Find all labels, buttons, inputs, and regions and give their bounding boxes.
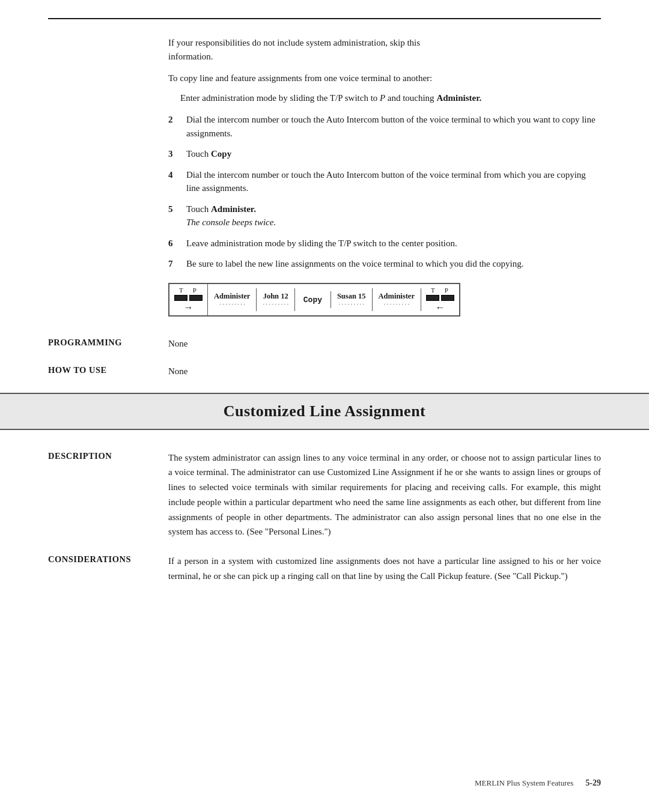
step-4: 4 Dial the intercom number or touch the … xyxy=(168,168,601,195)
diagram-area: T P → Administer · · · · · · · · · John … xyxy=(168,283,601,317)
intro-paragraph: If your responsibilities do not include … xyxy=(168,36,601,63)
copy-intro: To copy line and feature assignments fro… xyxy=(168,71,601,85)
step-4-content: Dial the intercom number or touch the Au… xyxy=(186,168,601,195)
considerations-section: CONSIDERATIONS If a person in a system w… xyxy=(48,551,601,584)
tp-switch-rect-right2 xyxy=(441,295,454,301)
page-footer: MERLIN Plus System Features 5-29 xyxy=(475,778,601,788)
step-3: 3 Touch Copy xyxy=(168,147,601,161)
enter-step-text-after: and touching xyxy=(388,93,434,103)
step-7-number: 7 xyxy=(168,257,186,271)
seg-susan15-sub: · · · · · · · · · xyxy=(337,301,366,308)
description-label: DESCRIPTION xyxy=(48,450,168,461)
section-banner: Customized Line Assignment xyxy=(0,393,649,430)
step-6-number: 6 xyxy=(168,237,186,250)
step-3-content: Touch Copy xyxy=(186,147,601,161)
step-4-number: 4 xyxy=(168,168,186,182)
diagram-tp-right: T P ← xyxy=(421,284,459,315)
step-6: 6 Leave administration mode by sliding t… xyxy=(168,237,601,250)
step-5-number: 5 xyxy=(168,202,186,216)
diagram-administer1: Administer · · · · · · · · · xyxy=(208,288,257,311)
programming-label: PROGRAMMING xyxy=(48,337,168,348)
description-text: The system administrator can assign line… xyxy=(168,450,601,540)
page: If your responsibilities do not include … xyxy=(0,0,649,812)
seg-copy-label: Copy xyxy=(303,295,322,304)
diagram-administer2: Administer · · · · · · · · · xyxy=(373,288,421,311)
seg-administer1-label: Administer xyxy=(214,292,250,301)
diagram-susan15: Susan 15 · · · · · · · · · xyxy=(331,288,373,311)
diagram-john12: John 12 · · · · · · · · · xyxy=(257,288,295,311)
intro-line2: information. xyxy=(168,52,213,61)
step-2: 2 Dial the intercom number or touch the … xyxy=(168,113,601,140)
step-5-italic: The console beeps twice. xyxy=(186,217,276,227)
banner-title: Customized Line Assignment xyxy=(224,402,426,420)
steps-block: 2 Dial the intercom number or touch the … xyxy=(168,113,601,271)
step-2-number: 2 xyxy=(168,113,186,127)
page-number: 5-29 xyxy=(585,778,601,788)
step-3-number: 3 xyxy=(168,147,186,161)
step-7: 7 Be sure to label the new line assignme… xyxy=(168,257,601,271)
how-to-use-label: HOW TO USE xyxy=(48,365,168,375)
diagram-row: T P → Administer · · · · · · · · · John … xyxy=(168,283,460,317)
intro-line1: If your responsibilities do not include … xyxy=(168,38,420,47)
how-to-use-value: None xyxy=(168,365,601,378)
step-3-bold: Copy xyxy=(211,149,231,159)
step-6-content: Leave administration mode by sliding the… xyxy=(186,237,601,250)
tp-switches-left xyxy=(174,295,203,301)
seg-john12-sub: · · · · · · · · · xyxy=(263,301,288,308)
tp-switches-right xyxy=(426,295,454,301)
step-2-content: Dial the intercom number or touch the Au… xyxy=(186,113,601,140)
tp-switch-rect-right xyxy=(426,295,439,301)
tp-switch-rect-left xyxy=(174,295,187,301)
diagram-tp-left: T P → xyxy=(169,284,208,315)
considerations-label: CONSIDERATIONS xyxy=(48,554,168,565)
programming-section: PROGRAMMING None xyxy=(48,335,601,351)
seg-john12-label: John 12 xyxy=(263,292,288,301)
seg-administer2-sub: · · · · · · · · · xyxy=(379,301,415,308)
enter-step: Enter administration mode by sliding the… xyxy=(180,91,601,105)
seg-administer1-sub: · · · · · · · · · xyxy=(214,301,250,308)
enter-step-italic-p: P xyxy=(380,93,388,103)
top-border xyxy=(48,18,601,19)
step-7-content: Be sure to label the new line assignment… xyxy=(186,257,601,271)
tp-text-left: T P xyxy=(179,286,198,294)
enter-step-bold-word: Administer. xyxy=(436,93,481,103)
step-5: 5 Touch Administer. The console beeps tw… xyxy=(168,202,601,229)
seg-administer2-label: Administer xyxy=(379,292,415,301)
how-to-use-section: HOW TO USE None xyxy=(48,362,601,378)
seg-susan15-label: Susan 15 xyxy=(337,292,366,301)
tp-arrow-right: ← xyxy=(435,302,445,313)
tp-arrow-left: → xyxy=(184,302,193,313)
step-5-content: Touch Administer. The console beeps twic… xyxy=(186,202,601,229)
description-section: DESCRIPTION The system administrator can… xyxy=(48,448,601,540)
diagram-copy: Copy xyxy=(295,291,331,308)
step-5-bold: Administer. xyxy=(211,204,256,214)
enter-step-text-before: Enter administration mode by sliding the… xyxy=(180,93,377,103)
tp-switch-rect-left2 xyxy=(189,295,203,301)
programming-value: None xyxy=(168,337,601,351)
footer-text: MERLIN Plus System Features xyxy=(475,778,573,788)
considerations-text: If a person in a system with customized … xyxy=(168,554,601,584)
tp-text-right: T P xyxy=(431,286,449,294)
